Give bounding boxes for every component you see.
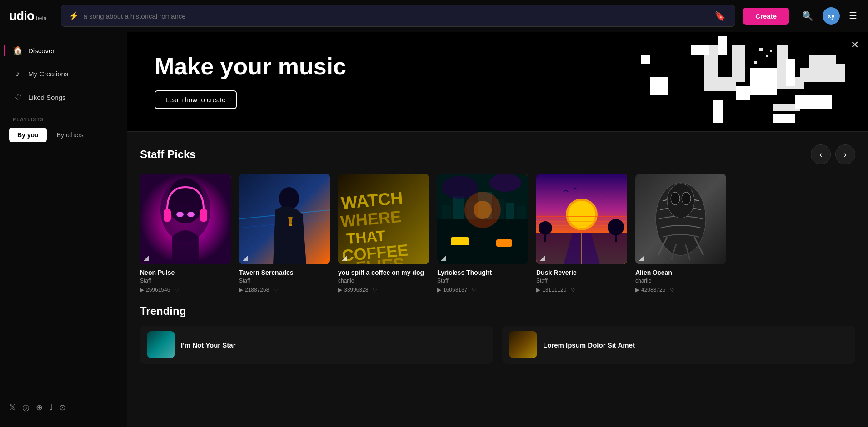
instagram-icon[interactable]: ◎ bbox=[22, 402, 30, 412]
card-plays-tavern: ▶ 21887268 bbox=[239, 287, 269, 293]
twitter-icon[interactable]: 𝕏 bbox=[9, 402, 16, 412]
heart-icon-tavern: ♡ bbox=[274, 287, 279, 293]
content-area: Make your music Learn how to create ✕ bbox=[127, 32, 868, 427]
svg-point-20 bbox=[187, 212, 195, 217]
card-art-tavern bbox=[239, 174, 330, 264]
play-icon-dusk: ▶ bbox=[536, 287, 540, 293]
play-triangle-lyric bbox=[441, 255, 446, 261]
heart-icon-alien: ♡ bbox=[670, 287, 675, 293]
heart-icon-lyric: ♡ bbox=[472, 287, 477, 293]
play-icon: ▶ bbox=[140, 287, 144, 293]
plays-count-coffee: 33996328 bbox=[344, 287, 368, 293]
discord-icon[interactable]: ⊕ bbox=[36, 402, 43, 412]
tiktok-icon[interactable]: ♩ bbox=[49, 402, 53, 412]
card-stats-lyric: ▶ 16053137 ♡ bbox=[437, 287, 528, 293]
plays-count-tavern: 21887268 bbox=[245, 287, 269, 293]
card-plays-neon-pulse: ▶ 25961546 bbox=[140, 287, 170, 293]
sidebar-footer: 𝕏 ◎ ⊕ ♩ ⊙ bbox=[0, 395, 127, 420]
plays-count-dusk: 13111120 bbox=[542, 287, 566, 293]
card-author-lyric: Staff bbox=[437, 278, 528, 284]
menu-button[interactable]: ☰ bbox=[847, 9, 859, 23]
card-image-dusk bbox=[536, 174, 627, 264]
card-dusk-reverie[interactable]: Dusk Reverie Staff ▶ 13111120 ♡ bbox=[536, 174, 627, 293]
avatar-button[interactable]: xy bbox=[823, 7, 840, 25]
card-stats-neon-pulse: ▶ 25961546 ♡ bbox=[140, 287, 231, 293]
svg-rect-25 bbox=[289, 224, 292, 226]
svg-rect-3 bbox=[759, 48, 763, 51]
card-lyricless-thought[interactable]: Lyricless Thought Staff ▶ 16053137 ♡ bbox=[437, 174, 528, 293]
card-likes-coffee[interactable]: ♡ bbox=[373, 287, 378, 293]
card-plays-dusk: ▶ 13111120 bbox=[536, 287, 566, 293]
card-likes-tavern[interactable]: ♡ bbox=[274, 287, 279, 293]
card-likes-lyric[interactable]: ♡ bbox=[472, 287, 477, 293]
trending-item-lorem[interactable]: Lorem Ipsum Dolor Sit Amet bbox=[502, 326, 855, 364]
trending-row: I'm Not Your Star Lorem Ipsum Dolor Sit … bbox=[140, 326, 855, 364]
svg-rect-44 bbox=[496, 239, 512, 247]
card-coffee-spilt[interactable]: WATCH WHERE THAT COFFEE FLIES you spilt … bbox=[338, 174, 429, 293]
card-likes-alien[interactable]: ♡ bbox=[670, 287, 675, 293]
sidebar-label-discover: Discover bbox=[28, 47, 55, 55]
card-likes-dusk[interactable]: ♡ bbox=[571, 287, 576, 293]
hero-title: Make your music bbox=[155, 54, 841, 79]
sidebar-item-my-creations[interactable]: ♪ My Creations bbox=[4, 63, 123, 85]
svg-rect-34 bbox=[442, 205, 451, 219]
trending-thumb-lorem bbox=[509, 331, 537, 358]
svg-point-49 bbox=[568, 201, 595, 228]
heart-icon-neon: ♡ bbox=[175, 287, 180, 293]
create-button[interactable]: Create bbox=[743, 8, 789, 25]
card-stats-coffee: ▶ 33996328 ♡ bbox=[338, 287, 429, 293]
pixel-9 bbox=[773, 114, 795, 123]
card-neon-pulse[interactable]: Neon Pulse Staff ▶ 25961546 ♡ bbox=[140, 174, 231, 293]
svg-rect-39 bbox=[506, 203, 514, 219]
trending-item-star[interactable]: I'm Not Your Star bbox=[140, 326, 493, 364]
card-tavern-serenades[interactable]: Tavern Serenades Staff ▶ 21887268 ♡ bbox=[239, 174, 330, 293]
hero-close-button[interactable]: ✕ bbox=[851, 39, 859, 51]
pixel-1 bbox=[691, 45, 709, 55]
music-icon: ♪ bbox=[13, 69, 23, 79]
staff-picks-title: Staff Picks bbox=[140, 148, 196, 161]
play-triangle-neon-pulse bbox=[144, 255, 149, 261]
learn-how-button[interactable]: Learn how to create bbox=[155, 90, 237, 109]
tab-by-others[interactable]: By others bbox=[49, 128, 92, 142]
tab-by-you[interactable]: By you bbox=[9, 128, 47, 142]
staff-picks-header: Staff Picks ‹ › bbox=[140, 144, 855, 164]
main-layout: 🏠 Discover ♪ My Creations ♡ Liked Songs … bbox=[0, 32, 868, 427]
play-triangle-tavern bbox=[243, 255, 248, 261]
topbar-icons: 🔍 xy ☰ bbox=[800, 7, 859, 25]
play-triangle-coffee bbox=[342, 255, 347, 261]
home-icon: 🏠 bbox=[13, 45, 23, 55]
card-stats-dusk: ▶ 13111120 ♡ bbox=[536, 287, 627, 293]
search-button[interactable]: 🔍 bbox=[800, 9, 815, 23]
card-title-lyric: Lyricless Thought bbox=[437, 269, 528, 276]
card-likes-neon-pulse[interactable]: ♡ bbox=[175, 287, 180, 293]
prev-arrow-button[interactable]: ‹ bbox=[811, 144, 831, 164]
sidebar-item-liked-songs[interactable]: ♡ Liked Songs bbox=[4, 86, 123, 109]
hero-banner: Make your music Learn how to create ✕ bbox=[127, 32, 868, 132]
card-art-dusk bbox=[536, 174, 627, 264]
next-arrow-button[interactable]: › bbox=[835, 144, 855, 164]
card-author-neon-pulse: Staff bbox=[140, 278, 231, 284]
pixel-4 bbox=[736, 86, 750, 100]
play-icon-tavern: ▶ bbox=[239, 287, 243, 293]
pixel-7 bbox=[650, 77, 668, 95]
heart-icon-dusk: ♡ bbox=[571, 287, 576, 293]
plays-count-alien: 42083726 bbox=[641, 287, 665, 293]
save-search-button[interactable]: 🔖 bbox=[713, 9, 728, 23]
svg-rect-43 bbox=[451, 237, 469, 245]
search-bar: ⚡ 🔖 bbox=[61, 5, 735, 27]
search-input[interactable] bbox=[83, 12, 708, 20]
sidebar-label-liked-songs: Liked Songs bbox=[28, 94, 66, 101]
card-alien-ocean[interactable]: Alien Ocean charlie ▶ 42083726 ♡ bbox=[635, 174, 726, 293]
card-image-neon-pulse bbox=[140, 174, 231, 264]
trending-section: Trending I'm Not Your Star Lorem Ipsum D… bbox=[127, 298, 868, 373]
play-triangle-alien bbox=[639, 255, 644, 261]
trending-title: Trending bbox=[140, 305, 855, 318]
card-title-dusk: Dusk Reverie bbox=[536, 269, 627, 276]
card-plays-alien: ▶ 42083726 bbox=[635, 287, 665, 293]
sidebar-item-discover[interactable]: 🏠 Discover bbox=[4, 39, 123, 62]
card-author-tavern: Staff bbox=[239, 278, 330, 284]
svg-point-42 bbox=[474, 201, 492, 219]
card-stats-tavern: ▶ 21887268 ♡ bbox=[239, 287, 330, 293]
reddit-icon[interactable]: ⊙ bbox=[59, 402, 66, 412]
card-author-dusk: Staff bbox=[536, 278, 627, 284]
